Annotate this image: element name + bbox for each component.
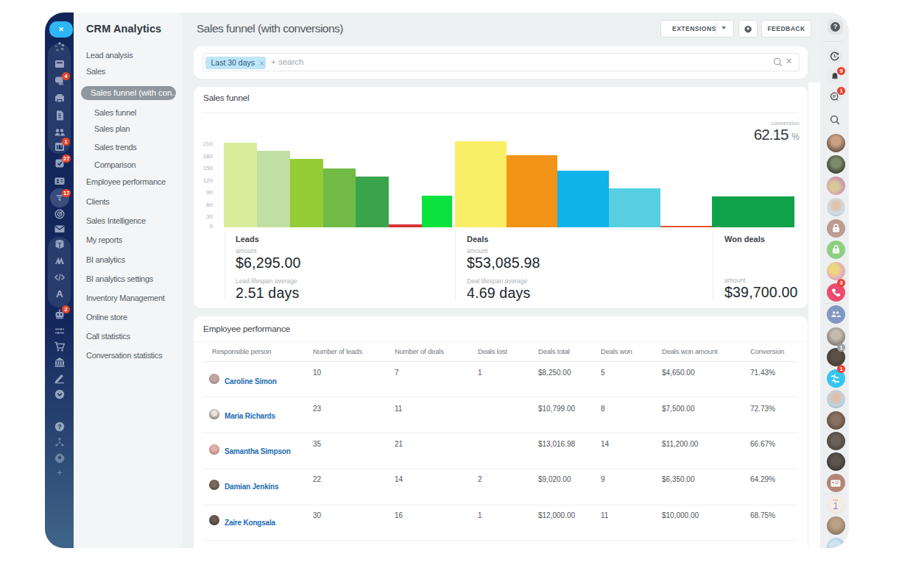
svg-text:?: ? [57, 423, 62, 430]
